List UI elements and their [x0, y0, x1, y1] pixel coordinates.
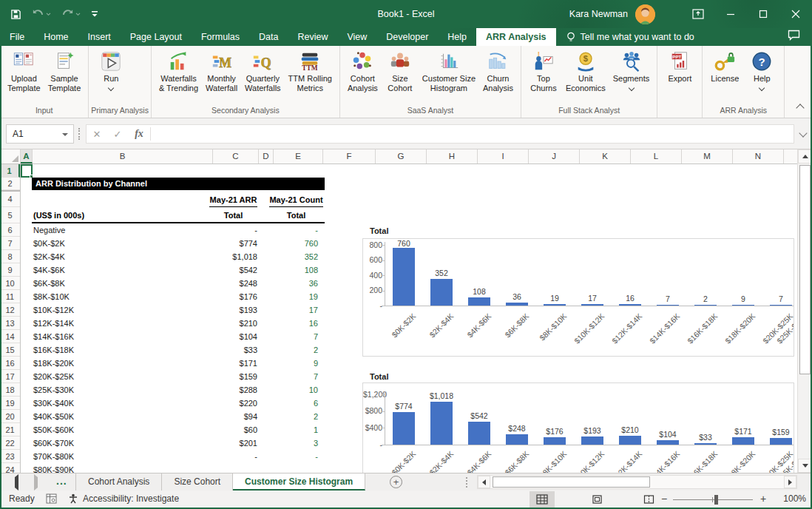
page-break-preview-button[interactable] — [636, 491, 661, 508]
col-header-i[interactable]: I — [478, 149, 529, 164]
row-header-23[interactable]: 23 — [0, 450, 20, 463]
ribbon-button-size-cohort[interactable]: SizeCohort — [382, 48, 419, 95]
cell-count-value[interactable]: 2 — [266, 343, 318, 357]
col-header-a[interactable]: A — [21, 149, 33, 164]
collapse-ribbon-button[interactable] — [797, 104, 805, 109]
page-layout-view-button[interactable] — [584, 491, 609, 508]
cell-arr-value[interactable]: $159 — [198, 370, 257, 383]
cell-row-label[interactable]: $6K-$8K — [33, 277, 209, 290]
col-header-k[interactable]: K — [580, 149, 631, 164]
row-header-4[interactable]: 4 — [0, 192, 20, 207]
cell-arr-value[interactable]: $193 — [198, 303, 257, 317]
cell-arr-value[interactable]: $1,018 — [198, 250, 257, 263]
cell-arr-value[interactable]: $104 — [198, 330, 257, 343]
bar-chart-1[interactable]: 800600400200-760352108361917167297$0K-$2… — [362, 238, 794, 357]
cell-count-value[interactable]: 17 — [266, 303, 318, 317]
menu-tab-help[interactable]: Help — [438, 28, 476, 46]
cell-arr-value[interactable]: $60 — [198, 423, 257, 436]
cell-arr-value[interactable]: $220 — [198, 397, 257, 410]
tell-me-box[interactable]: Tell me what you want to do — [566, 28, 694, 46]
cell-arr-value[interactable]: - — [198, 223, 257, 237]
scroll-right-icon[interactable] — [784, 476, 796, 488]
cell-arr-value[interactable]: $171 — [198, 357, 257, 370]
col-header-e[interactable]: E — [274, 149, 323, 164]
horizontal-scrollbar[interactable] — [477, 475, 797, 489]
vertical-scrollbar[interactable] — [797, 149, 812, 473]
col-header-l[interactable]: L — [631, 149, 682, 164]
cell-row-label[interactable]: $60K-$70K — [33, 436, 209, 450]
col-header-b[interactable]: B — [33, 149, 213, 164]
row-header-8[interactable]: 8 — [0, 250, 20, 263]
ribbon-button-export[interactable]: PPTExport — [661, 48, 698, 85]
cell-row-label[interactable]: $0K-$2K — [33, 237, 209, 250]
sub-header-count-total[interactable]: Total — [269, 207, 323, 222]
maximize-button[interactable] — [747, 0, 779, 28]
ribbon-button-customer-size-histogram[interactable]: Customer SizeHistogram — [419, 48, 479, 95]
ribbon-button-segments[interactable]: Segments — [609, 48, 654, 92]
sheet-tab-size-cohort[interactable]: Size Cohort — [162, 473, 233, 491]
sheet-tab-cohort-analysis[interactable]: Cohort Analysis — [75, 473, 162, 491]
menu-tab-developer[interactable]: Developer — [376, 28, 438, 46]
row-header-10[interactable]: 10 — [0, 277, 20, 290]
cell-row-label[interactable]: $2K-$4K — [33, 250, 209, 263]
select-all-corner[interactable] — [0, 149, 21, 164]
ribbon-button-ttm-rolling-metrics[interactable]: TTMTTM RollingMetrics — [285, 48, 336, 95]
bar-chart-2[interactable]: $1,200$800$400-$774$1,018$542$248$176$19… — [362, 382, 794, 473]
selected-cell-a1[interactable] — [21, 164, 33, 178]
menu-tab-view[interactable]: View — [337, 28, 376, 46]
col-header-h[interactable]: H — [427, 149, 478, 164]
cell-row-label[interactable]: $4K-$6K — [33, 263, 209, 277]
col-header-g[interactable]: G — [376, 149, 427, 164]
unit-label[interactable]: (US$ in 000s) — [33, 207, 84, 222]
name-box-dropdown-icon[interactable] — [62, 133, 68, 136]
cell-arr-value[interactable]: $33 — [198, 343, 257, 357]
row-header-5[interactable]: 5 — [0, 207, 20, 223]
cell-row-label[interactable]: $16K-$18K — [33, 343, 209, 357]
insert-function-icon[interactable]: fx — [128, 128, 150, 140]
menu-tab-review[interactable]: Review — [288, 28, 337, 46]
ribbon-button-quarterly-waterfalls[interactable]: QQuarterlyWaterfalls — [241, 48, 285, 95]
zoom-in-button[interactable]: + — [757, 493, 769, 505]
scroll-left-icon[interactable] — [478, 476, 490, 488]
row-header-2[interactable]: 2 — [0, 178, 20, 190]
close-button[interactable] — [779, 0, 812, 28]
menu-tab-insert[interactable]: Insert — [78, 28, 121, 46]
cell-count-value[interactable]: 19 — [266, 290, 318, 303]
cell-count-value[interactable]: 760 — [266, 237, 318, 250]
cell-count-value[interactable]: 2 — [266, 410, 318, 423]
cell-row-label[interactable]: $14K-$16K — [33, 330, 209, 343]
cell-arr-value[interactable]: $210 — [198, 317, 257, 330]
row-header-11[interactable]: 11 — [0, 290, 20, 303]
ribbon-button-cohort-analysis[interactable]: CohortAnalysis — [344, 48, 382, 95]
col-header-j[interactable]: J — [529, 149, 580, 164]
expand-formula-bar-icon[interactable] — [799, 129, 807, 137]
save-icon[interactable] — [10, 9, 21, 20]
new-sheet-button[interactable]: + — [390, 476, 402, 488]
normal-view-button[interactable] — [530, 491, 555, 508]
undo-icon[interactable] — [32, 9, 51, 19]
cell-arr-value[interactable]: - — [198, 450, 257, 463]
cell-arr-value[interactable]: $774 — [198, 237, 257, 250]
ribbon-button-upload-template[interactable]: UploadTemplate — [4, 48, 44, 95]
cell-row-label[interactable]: $18K-$20K — [33, 357, 209, 370]
user-name[interactable]: Kara Newman — [569, 9, 628, 19]
cell-count-value[interactable]: 352 — [266, 250, 318, 263]
cell-row-label[interactable]: $70K-$80K — [33, 450, 209, 463]
row-header-17[interactable]: 17 — [0, 370, 20, 383]
row-header-7[interactable]: 7 — [0, 237, 20, 250]
cell-count-value[interactable]: 36 — [266, 277, 318, 290]
cell-count-value[interactable]: - — [266, 223, 318, 237]
cell-row-label[interactable]: Negative — [33, 223, 209, 237]
row-header-22[interactable]: 22 — [0, 436, 20, 450]
menu-tab-file[interactable]: File — [0, 28, 34, 46]
row-header-15[interactable]: 15 — [0, 343, 20, 357]
cell-count-value[interactable]: 10 — [266, 383, 318, 397]
ribbon-button-churn-analysis[interactable]: ChurnAnalysis — [479, 48, 517, 95]
cell-count-value[interactable]: 6 — [266, 397, 318, 410]
enter-icon[interactable]: ✓ — [107, 129, 128, 140]
cell-row-label[interactable]: $80K-$90K — [33, 463, 209, 473]
cell-arr-value[interactable]: $288 — [198, 383, 257, 397]
menu-tab-page-layout[interactable]: Page Layout — [121, 28, 192, 46]
cell-row-label[interactable]: $8K-$10K — [33, 290, 209, 303]
cell-count-value[interactable]: 7 — [266, 370, 318, 383]
